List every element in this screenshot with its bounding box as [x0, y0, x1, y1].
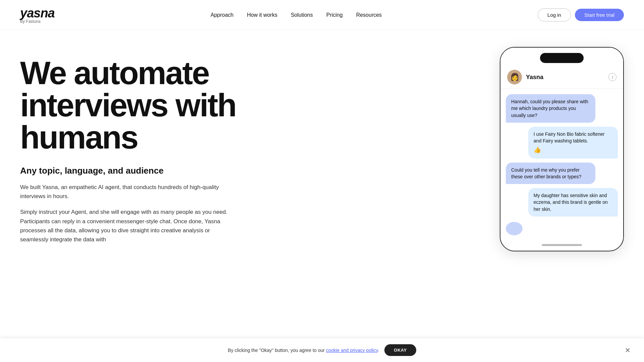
phone-messages: Hannah, could you please share with me w… [500, 89, 623, 241]
hero-body-2: Simply instruct your Agent, and she will… [20, 207, 235, 244]
phone-home-indicator [542, 244, 582, 246]
nav-pricing[interactable]: Pricing [326, 12, 343, 18]
nav-actions: Log in Start free trial [538, 8, 624, 21]
nav-resources[interactable]: Resources [356, 12, 382, 18]
nav-solutions[interactable]: Solutions [291, 12, 313, 18]
cookie-policy-link[interactable]: cookie and privacy policy [326, 348, 378, 353]
phone-top [500, 48, 623, 67]
logo[interactable]: yasna [20, 6, 55, 20]
message-4: My daughter has sensitive skin and eczem… [528, 188, 618, 217]
logo-wrap: yasna By Fastuna [20, 6, 55, 24]
message-2: I use Fairy Non Bio fabric softener and … [528, 127, 618, 159]
nav-how-it-works[interactable]: How it works [247, 12, 277, 18]
cookie-banner: By clicking the "Okay" button, you agree… [0, 338, 644, 362]
login-button[interactable]: Log in [538, 8, 571, 21]
phone-mockup: 👩 Yasna i Hannah, could you please share… [500, 47, 624, 251]
message-1: Hannah, could you please share with me w… [506, 94, 595, 123]
avatar-emoji: 👩 [510, 73, 519, 81]
navbar: yasna By Fastuna Approach How it works S… [0, 0, 644, 30]
hero-title: We automate interviews with humans [20, 57, 295, 154]
nav-links: Approach How it works Solutions Pricing … [211, 12, 382, 18]
hero-subtitle: Any topic, language, and audience [20, 166, 295, 176]
trial-button[interactable]: Start free trial [575, 9, 624, 21]
phone-notch [540, 53, 584, 63]
message-2-emoji: 👍 [534, 145, 612, 154]
message-3: Could you tell me why you prefer these o… [506, 163, 595, 184]
info-icon: i [608, 73, 616, 81]
main-content: We automate interviews with humans Any t… [0, 30, 644, 362]
cookie-okay-button[interactable]: OKAY [384, 344, 416, 356]
nav-approach[interactable]: Approach [211, 12, 234, 18]
hero-body-1: We built Yasna, an empathetic AI agent, … [20, 183, 235, 201]
phone-header: 👩 Yasna i [500, 67, 623, 89]
hero-left: We automate interviews with humans Any t… [20, 50, 295, 251]
phone-frame: 👩 Yasna i Hannah, could you please share… [500, 47, 624, 251]
by-label: By Fastuna [20, 19, 55, 24]
partial-bubble [506, 222, 523, 235]
avatar: 👩 [507, 70, 522, 84]
phone-header-name: Yasna [526, 74, 608, 81]
cookie-text: By clicking the "Okay" button, you agree… [228, 348, 379, 353]
cookie-close-button[interactable]: ✕ [625, 346, 631, 354]
